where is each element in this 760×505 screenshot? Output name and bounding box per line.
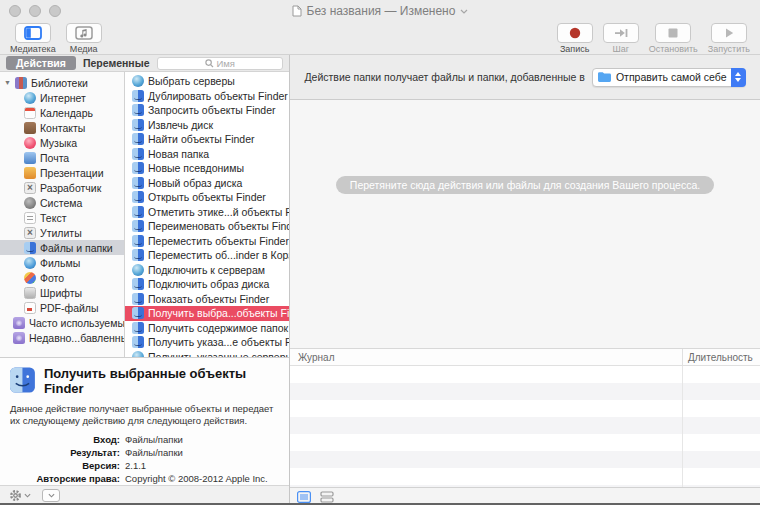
sidebar-item[interactable]: Презентации — [0, 165, 124, 180]
description-fields: Вход: Файлы/папки Результат: Файлы/папки… — [10, 434, 279, 485]
action-item-label: Новые псевдонимы — [148, 162, 244, 174]
action-item[interactable]: Подключить к серверам — [125, 263, 289, 278]
action-item[interactable]: Открыть объекты Finder — [125, 190, 289, 205]
stack-view-icon[interactable] — [320, 491, 334, 503]
traffic-lights — [9, 5, 61, 17]
description-toggle-button[interactable] — [42, 489, 60, 502]
sidebar-item[interactable]: Контакты — [0, 120, 124, 135]
sidebar-item[interactable]: Текст — [0, 210, 124, 225]
tab-bar: Действия Переменные Имя — [0, 55, 289, 72]
sidebar-item[interactable]: Фильмы — [0, 255, 124, 270]
sidebar-item[interactable]: Часто используемые — [0, 315, 124, 330]
action-settings-menu-button[interactable] — [9, 489, 31, 502]
action-item-label: Получить содержимое папок — [148, 322, 288, 334]
sidebar-item[interactable]: Фото — [0, 270, 124, 285]
globe-icon — [24, 92, 36, 104]
action-item-label: Выбрать серверы — [148, 75, 235, 87]
sidebar-item[interactable]: Интернет — [0, 90, 124, 105]
action-item[interactable]: Запросить объекты Finder — [125, 103, 289, 118]
run-button[interactable]: Запустить — [708, 23, 750, 54]
action-item[interactable]: Новый образ диска — [125, 176, 289, 191]
title-chevron-down-icon[interactable] — [460, 9, 468, 14]
tab-actions[interactable]: Действия — [6, 56, 76, 70]
finder-icon — [132, 133, 144, 145]
action-item[interactable]: Выбрать серверы — [125, 74, 289, 89]
search-placeholder: Имя — [217, 58, 236, 69]
finder-icon — [132, 191, 144, 203]
sidebar-item[interactable]: PDF-файлы — [0, 300, 124, 315]
text-icon — [24, 212, 36, 224]
stop-button[interactable]: Остановить — [649, 23, 698, 54]
sidebar-item[interactable]: Шрифты — [0, 285, 124, 300]
tab-variables[interactable]: Переменные — [83, 57, 150, 69]
action-item-label: Получить указа...е объекты Finder — [148, 336, 289, 348]
log-empty-row — [290, 417, 760, 434]
action-item[interactable]: Получить указанные серверы — [125, 350, 289, 358]
action-item[interactable]: Получить указа...е объекты Finder — [125, 335, 289, 350]
sidebar-item[interactable]: Календарь — [0, 105, 124, 120]
run-label: Запустить — [708, 44, 750, 54]
sidebar-item[interactable]: Разработчик — [0, 180, 124, 195]
system-icon — [24, 197, 36, 209]
step-button[interactable]: Шаг — [603, 23, 639, 54]
finder-icon — [10, 367, 35, 393]
action-item-label: Переименовать объекты Finder — [148, 220, 289, 232]
library-footer-bar — [0, 485, 289, 505]
disclosure-triangle-icon[interactable]: ▼ — [4, 79, 11, 86]
toolbar-left-group: Медиатека Медиа — [10, 23, 102, 54]
sidebar-item[interactable]: Файлы и папки — [0, 240, 124, 255]
sidebar-item[interactable]: ▼Библиотеки — [0, 75, 124, 90]
media-button[interactable]: Медиа — [66, 23, 102, 54]
window-title-area[interactable]: Без названия — Изменено — [292, 4, 469, 18]
action-item[interactable]: Дублировать объекты Finder — [125, 89, 289, 104]
action-item[interactable]: Переименовать объекты Finder — [125, 219, 289, 234]
record-button[interactable]: Запись — [557, 23, 593, 54]
sidebar-item-label: Почта — [40, 152, 69, 164]
window-title: Без названия — Изменено — [307, 4, 456, 18]
library-icon — [15, 77, 27, 89]
stepper-icon — [731, 68, 746, 87]
log-header-row: Журнал Длительность — [290, 349, 760, 366]
sidebar-item[interactable]: Почта — [0, 150, 124, 165]
action-item[interactable]: Извлечь диск — [125, 118, 289, 133]
action-item-label: Подключить к серверам — [148, 264, 265, 276]
mail-icon — [24, 152, 36, 164]
log-empty-row — [290, 400, 760, 417]
folder-select-dropdown[interactable]: Отправить самой себе — [592, 68, 746, 87]
sidebar-item[interactable]: Музыка — [0, 135, 124, 150]
field-value: Файлы/папки — [125, 447, 279, 459]
action-item[interactable]: Найти объекты Finder — [125, 132, 289, 147]
chevron-down-icon — [48, 493, 55, 498]
action-item[interactable]: Переместить об...inder в Корзину — [125, 248, 289, 263]
record-label: Запись — [560, 44, 590, 54]
folder-select-value: Отправить самой себе — [616, 71, 727, 83]
close-window-button[interactable] — [9, 5, 21, 17]
action-item[interactable]: Отметить этике...й объекты Finder — [125, 205, 289, 220]
search-input[interactable]: Имя — [157, 57, 283, 70]
log-column-duration[interactable]: Длительность — [682, 349, 760, 365]
action-item[interactable]: Получить содержимое папок — [125, 321, 289, 336]
sidebar-item-label: Календарь — [40, 107, 93, 119]
action-item[interactable]: Новая папка — [125, 147, 289, 162]
sidebar: ▼БиблиотекиИнтернетКалендарьКонтактыМузы… — [0, 72, 125, 357]
workflow-canvas[interactable]: Перетяните сюда действия или файлы для с… — [290, 100, 760, 348]
sidebar-item-label: Фото — [40, 272, 64, 284]
action-item[interactable]: Показать объекты Finder — [125, 292, 289, 307]
zoom-window-button[interactable] — [49, 5, 61, 17]
finder-icon — [132, 278, 144, 290]
action-item[interactable]: Подключить образ диска — [125, 277, 289, 292]
action-item[interactable]: Новые псевдонимы — [125, 161, 289, 176]
minimize-window-button[interactable] — [29, 5, 41, 17]
sidebar-item[interactable]: Недавно...бавленные — [0, 330, 124, 345]
sidebar-item[interactable]: Утилиты — [0, 225, 124, 240]
log-view-icon[interactable] — [297, 491, 311, 503]
media-library-button[interactable]: Медиатека — [10, 23, 56, 54]
description-title: Получить выбранные объекты Finder — [44, 367, 279, 397]
log-column-journal[interactable]: Журнал — [290, 352, 682, 363]
action-item[interactable]: Переместить объекты Finder — [125, 234, 289, 249]
globe-icon — [132, 264, 144, 276]
action-item[interactable]: Получить выбра...объекты Finder — [125, 306, 289, 321]
chevron-down-icon — [24, 493, 31, 498]
calendar-icon — [24, 107, 36, 119]
sidebar-item[interactable]: Система — [0, 195, 124, 210]
